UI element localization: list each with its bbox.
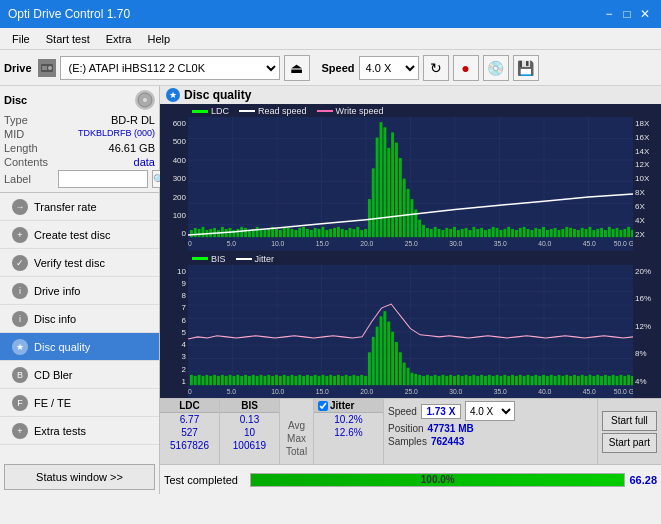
svg-rect-214	[383, 311, 386, 385]
svg-rect-133	[627, 227, 630, 237]
menu-help[interactable]: Help	[139, 31, 178, 47]
svg-rect-225	[426, 374, 429, 384]
svg-rect-129	[612, 229, 615, 237]
svg-rect-103	[511, 229, 514, 237]
svg-rect-105	[519, 228, 522, 237]
svg-rect-204	[345, 374, 348, 384]
stats-col-jitter: Jitter 10.2% 12.6%	[314, 399, 384, 464]
speed-label: Speed	[322, 62, 355, 74]
drive-select[interactable]: (E:) ATAPI iHBS112 2 CL0K	[60, 56, 280, 80]
nav-extra-tests[interactable]: + Extra tests	[0, 417, 159, 445]
menu-file[interactable]: File	[4, 31, 38, 47]
svg-rect-173	[225, 375, 228, 384]
disc-label-input[interactable]	[58, 170, 148, 188]
verify-test-icon: ✓	[12, 255, 28, 271]
svg-rect-184	[267, 374, 270, 384]
svg-rect-188	[283, 374, 286, 384]
jitter-checkbox[interactable]	[318, 401, 328, 411]
svg-rect-92	[469, 230, 472, 237]
top-chart-svg-container: 0 5.0 10.0 15.0 20.0 25.0 30.0 35.0 40.0…	[188, 117, 633, 251]
legend-read-color	[239, 110, 255, 112]
svg-rect-221	[411, 372, 414, 384]
svg-rect-242	[492, 375, 495, 384]
svg-rect-32	[236, 229, 239, 237]
svg-rect-180	[252, 374, 255, 384]
left-panel: Disc Type BD-R DL MID TDKBLDRFB (000) Le…	[0, 86, 160, 494]
svg-rect-67	[372, 168, 375, 237]
svg-rect-96	[484, 230, 487, 237]
svg-rect-51	[310, 230, 313, 237]
svg-rect-56	[329, 229, 332, 237]
svg-text:10.0: 10.0	[271, 388, 284, 395]
svg-rect-212	[376, 326, 379, 385]
disc-section: Disc Type BD-R DL MID TDKBLDRFB (000) Le…	[0, 86, 159, 193]
svg-rect-53	[318, 229, 321, 237]
nav-fe-te[interactable]: F FE / TE	[0, 389, 159, 417]
eject-button[interactable]: ⏏	[284, 55, 310, 81]
start-full-button[interactable]: Start full	[602, 411, 657, 431]
top-chart-area: LDC Read speed Write speed 600	[160, 104, 661, 251]
svg-rect-59	[341, 229, 344, 237]
svg-rect-23	[202, 227, 205, 237]
svg-text:20.0: 20.0	[360, 388, 373, 395]
refresh-button[interactable]: ↻	[423, 55, 449, 81]
start-part-button[interactable]: Start part	[602, 433, 657, 453]
close-button[interactable]: ✕	[637, 6, 653, 22]
status-bar: Test completed 100.0% 66.28	[160, 464, 661, 494]
svg-text:25.0: 25.0	[405, 240, 418, 247]
svg-rect-272	[608, 375, 611, 384]
bottom-y-left: 10 9 8 7 6 5 4 3 2 1	[160, 265, 188, 399]
burn-button[interactable]: ●	[453, 55, 479, 81]
svg-rect-276	[623, 375, 626, 384]
legend-ldc-label: LDC	[211, 106, 229, 116]
svg-rect-66	[368, 199, 371, 237]
chart-title: Disc quality	[184, 88, 251, 102]
speed-stat-select[interactable]: 4.0 X	[465, 401, 515, 421]
position-label: Position	[388, 423, 424, 434]
nav-disc-info[interactable]: i Disc info	[0, 305, 159, 333]
stats-bis-header: BIS	[220, 399, 279, 413]
speed-stat-label: Speed	[388, 406, 417, 417]
menu-extra[interactable]: Extra	[98, 31, 140, 47]
nav-transfer-rate[interactable]: → Transfer rate	[0, 193, 159, 221]
svg-rect-104	[515, 230, 518, 237]
svg-rect-48	[298, 228, 301, 237]
transfer-rate-icon: →	[12, 199, 28, 215]
minimize-button[interactable]: −	[601, 6, 617, 22]
svg-rect-230	[445, 375, 448, 384]
stats-right-section: Speed 1.73 X 4.0 X Position 47731 MB Sam…	[384, 399, 597, 464]
svg-rect-231	[449, 374, 452, 384]
legend-write-color	[317, 110, 333, 112]
svg-rect-259	[558, 374, 561, 384]
top-chart-body: 600 500 400 300 200 100 0	[160, 117, 661, 251]
disc-button[interactable]: 💿	[483, 55, 509, 81]
nav-drive-info[interactable]: i Drive info	[0, 277, 159, 305]
svg-rect-170	[213, 374, 216, 384]
svg-rect-176	[236, 374, 239, 384]
speed-select[interactable]: 4.0 X	[359, 56, 419, 80]
save-button[interactable]: 💾	[513, 55, 539, 81]
stats-bis-avg: 0.13	[220, 413, 279, 426]
svg-rect-238	[476, 375, 479, 384]
legend-jitter-label: Jitter	[255, 254, 275, 264]
nav-create-test-disc[interactable]: + Create test disc	[0, 221, 159, 249]
nav-verify-test-disc[interactable]: ✓ Verify test disc	[0, 249, 159, 277]
nav-cd-bler[interactable]: B CD Bler	[0, 361, 159, 389]
svg-rect-197	[318, 375, 321, 384]
maximize-button[interactable]: □	[619, 6, 635, 22]
svg-rect-47	[294, 230, 297, 237]
svg-text:10.0: 10.0	[271, 240, 284, 247]
svg-rect-253	[534, 374, 537, 384]
svg-rect-110	[538, 229, 541, 237]
stats-max-label: Max	[280, 432, 313, 445]
progress-value: 100.0%	[421, 474, 455, 485]
svg-text:45.0: 45.0	[583, 240, 596, 247]
nav-disc-quality[interactable]: ★ Disc quality	[0, 333, 159, 361]
svg-rect-128	[608, 227, 611, 237]
main-layout: Disc Type BD-R DL MID TDKBLDRFB (000) Le…	[0, 86, 661, 494]
svg-rect-114	[554, 228, 557, 237]
status-window-button[interactable]: Status window >>	[4, 464, 155, 490]
svg-text:30.0: 30.0	[449, 388, 462, 395]
menu-start-test[interactable]: Start test	[38, 31, 98, 47]
svg-rect-124	[592, 230, 595, 237]
